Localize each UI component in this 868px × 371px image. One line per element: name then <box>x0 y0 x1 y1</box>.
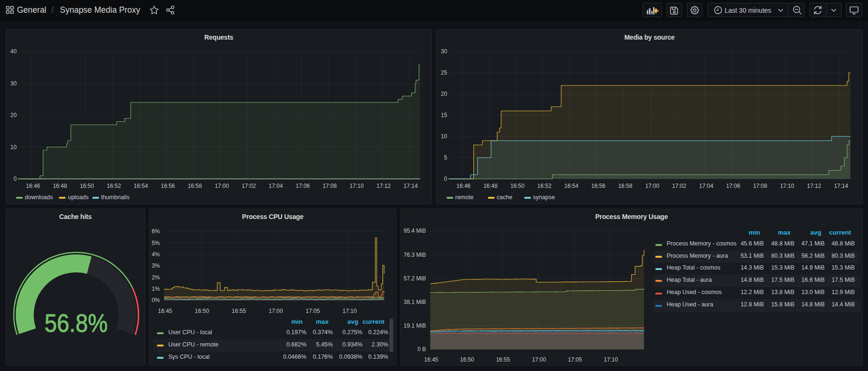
svg-text:17:00: 17:00 <box>215 183 229 189</box>
svg-text:17:00: 17:00 <box>645 183 659 189</box>
svg-text:16:50: 16:50 <box>195 308 209 314</box>
svg-text:17:05: 17:05 <box>568 356 582 363</box>
svg-text:95.4 MiB: 95.4 MiB <box>404 228 426 234</box>
svg-text:17:02: 17:02 <box>242 183 256 189</box>
svg-text:4%: 4% <box>152 251 160 258</box>
svg-text:16:55: 16:55 <box>232 308 246 314</box>
svg-text:16:48: 16:48 <box>53 183 67 189</box>
svg-text:16:50: 16:50 <box>460 356 474 363</box>
svg-text:56.8%: 56.8% <box>45 309 108 337</box>
svg-text:16:56: 16:56 <box>591 183 605 189</box>
svg-text:17:08: 17:08 <box>322 183 337 189</box>
svg-text:17:12: 17:12 <box>807 183 821 189</box>
svg-text:16:52: 16:52 <box>107 183 121 189</box>
svg-text:5%: 5% <box>152 240 160 246</box>
svg-text:16:58: 16:58 <box>188 183 202 189</box>
svg-text:17:00: 17:00 <box>269 308 283 314</box>
svg-text:17:12: 17:12 <box>377 183 391 189</box>
svg-text:17:10: 17:10 <box>780 183 794 189</box>
svg-text:0%: 0% <box>152 297 160 304</box>
svg-text:40: 40 <box>10 48 17 55</box>
svg-text:5: 5 <box>444 154 447 161</box>
svg-text:0 B: 0 B <box>417 346 426 353</box>
svg-text:6%: 6% <box>152 228 160 235</box>
svg-text:16:50: 16:50 <box>80 183 94 189</box>
svg-text:3%: 3% <box>152 262 160 269</box>
svg-text:17:10: 17:10 <box>349 183 364 189</box>
svg-text:16:58: 16:58 <box>618 183 632 189</box>
svg-text:57.2 MiB: 57.2 MiB <box>404 275 426 282</box>
svg-text:16:48: 16:48 <box>483 183 497 189</box>
svg-text:17:04: 17:04 <box>699 183 713 189</box>
svg-text:30: 30 <box>441 48 447 55</box>
svg-text:17:10: 17:10 <box>343 308 357 314</box>
svg-text:16:54: 16:54 <box>134 183 148 189</box>
svg-text:17:06: 17:06 <box>296 183 310 189</box>
svg-text:20: 20 <box>10 112 17 118</box>
svg-text:17:00: 17:00 <box>532 356 546 363</box>
svg-text:16:52: 16:52 <box>537 183 552 189</box>
svg-text:16:54: 16:54 <box>564 183 579 189</box>
svg-text:16:46: 16:46 <box>456 183 471 189</box>
svg-text:17:10: 17:10 <box>604 356 618 363</box>
svg-text:17:08: 17:08 <box>753 183 767 189</box>
svg-text:0: 0 <box>444 176 447 182</box>
svg-text:16:50: 16:50 <box>510 183 524 189</box>
svg-text:17:06: 17:06 <box>726 183 740 189</box>
svg-text:15: 15 <box>441 112 447 118</box>
svg-text:16:45: 16:45 <box>158 308 172 314</box>
svg-text:17:14: 17:14 <box>834 183 848 189</box>
svg-text:16:55: 16:55 <box>496 356 510 363</box>
svg-text:0: 0 <box>14 176 17 182</box>
svg-text:1%: 1% <box>152 286 160 292</box>
svg-text:76.3 MiB: 76.3 MiB <box>404 252 426 258</box>
svg-text:17:05: 17:05 <box>306 308 320 314</box>
svg-text:30: 30 <box>10 80 17 87</box>
svg-text:17:02: 17:02 <box>672 183 686 189</box>
svg-text:16:56: 16:56 <box>161 183 175 189</box>
svg-text:10: 10 <box>441 133 447 140</box>
svg-text:25: 25 <box>441 69 447 76</box>
svg-text:17:14: 17:14 <box>404 183 418 189</box>
svg-text:17:04: 17:04 <box>269 183 283 189</box>
svg-text:19.1 MiB: 19.1 MiB <box>404 322 426 329</box>
svg-text:16:46: 16:46 <box>26 183 40 189</box>
svg-text:10: 10 <box>10 144 17 151</box>
svg-text:38.1 MiB: 38.1 MiB <box>404 299 426 305</box>
svg-text:2%: 2% <box>152 274 160 281</box>
svg-text:20: 20 <box>441 91 447 97</box>
svg-text:16:45: 16:45 <box>424 356 438 363</box>
